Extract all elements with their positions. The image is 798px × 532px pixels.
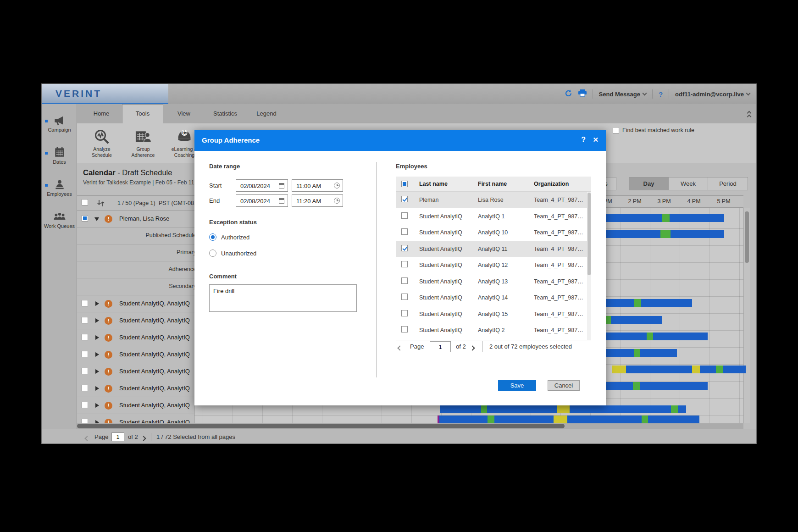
find-best-matched-work-rule[interactable]: Find best matched work rule — [613, 127, 694, 133]
column-organization[interactable]: Organization — [534, 181, 569, 187]
dialog-next-page-icon[interactable] — [471, 344, 474, 351]
employee-checkbox[interactable] — [401, 228, 408, 235]
view-button-day[interactable]: Day — [629, 177, 669, 190]
expand-row-icon[interactable] — [95, 386, 99, 391]
vertical-scrollbar[interactable] — [743, 208, 750, 423]
horizontal-scrollbar[interactable] — [77, 423, 743, 429]
employee-checkbox[interactable] — [401, 245, 408, 251]
group-adherence-dialog: Group Adherence ? ✕ Date range Start 02/… — [194, 130, 606, 405]
tab-statistics[interactable]: Statistics — [205, 104, 246, 123]
row-checkbox[interactable] — [82, 334, 88, 340]
employee-checkbox[interactable] — [401, 326, 408, 332]
expand-row-icon[interactable] — [95, 335, 99, 340]
employees-table: Last name First name Organization Pleman… — [396, 177, 591, 340]
expand-row-icon[interactable] — [95, 369, 99, 374]
employee-checkbox[interactable] — [401, 261, 408, 267]
employee-row-lead[interactable]: ! Pleman, Lisa Rose — [77, 211, 198, 227]
collapse-row-icon[interactable] — [94, 217, 99, 221]
sidebar-item-employees[interactable]: Employees — [42, 177, 77, 209]
employee-checkbox[interactable] — [401, 277, 408, 284]
dialog-page-input[interactable] — [430, 341, 451, 352]
employee-row[interactable]: !Student AnalytIQ, AnalytIQ — [77, 363, 198, 380]
employee-row[interactable]: !Student AnalytIQ, AnalytIQ — [77, 329, 198, 346]
clock-icon[interactable] — [334, 198, 340, 204]
close-icon[interactable]: ✕ — [593, 136, 598, 144]
row-checkbox[interactable] — [82, 317, 88, 323]
comment-textarea[interactable]: Fire drill — [209, 284, 357, 312]
employee-table-row[interactable]: Student AnalytIQAnalytIQ 14Team_4_PT_987… — [396, 289, 591, 306]
tab-tools[interactable]: Tools — [122, 104, 163, 123]
sidebar-item-dates[interactable]: Dates — [42, 144, 77, 177]
expand-row-icon[interactable] — [95, 352, 99, 357]
employee-row[interactable]: !Student AnalytIQ, AnalytIQ — [77, 380, 198, 397]
account-menu[interactable]: odf11-admin@vcorp.live — [675, 91, 750, 98]
row-checkbox[interactable] — [82, 215, 88, 222]
ribbon-tool-group-adherence[interactable]: Group Adherence — [125, 125, 161, 158]
employee-name: Student AnalytIQ, AnalytIQ — [119, 334, 190, 341]
column-last-name[interactable]: Last name — [419, 181, 448, 187]
tab-legend[interactable]: Legend — [246, 104, 287, 123]
employee-row[interactable]: !Student AnalytIQ, AnalytIQ — [77, 312, 198, 329]
view-button-period[interactable]: Period — [708, 177, 748, 190]
tab-home[interactable]: Home — [81, 104, 122, 123]
collapse-ribbon-icon[interactable] — [748, 111, 751, 118]
next-page-icon[interactable] — [142, 435, 145, 442]
employee-table-row[interactable]: Student AnalytIQAnalytIQ 13Team_4_PT_987… — [396, 273, 591, 290]
refresh-icon[interactable] — [565, 89, 572, 99]
dialog-help-icon[interactable]: ? — [581, 136, 586, 144]
help-button[interactable]: ? — [659, 90, 663, 98]
end-date-input[interactable]: 02/08/2024 — [236, 194, 288, 207]
expand-row-icon[interactable] — [95, 403, 99, 408]
employee-table-row[interactable]: Student AnalytIQAnalytIQ 15Team_4_PT_987… — [396, 306, 591, 322]
page-input[interactable] — [111, 432, 124, 441]
sort-icon[interactable] — [96, 199, 105, 209]
print-icon[interactable] — [578, 89, 587, 99]
table-scrollbar[interactable] — [587, 192, 591, 340]
column-first-name[interactable]: First name — [478, 181, 507, 187]
view-button-week[interactable]: Week — [668, 177, 708, 190]
employee-table-row[interactable]: Student AnalytIQAnalytIQ 10Team_4_PT_987… — [396, 224, 591, 241]
select-all-employees-checkbox[interactable] — [401, 181, 408, 187]
row-checkbox[interactable] — [82, 300, 88, 306]
find-rule-checkbox[interactable] — [613, 127, 619, 133]
employee-table-row[interactable]: PlemanLisa RoseTeam_4_PT_987… — [396, 192, 591, 208]
vertical-scrollbar-thumb[interactable] — [745, 211, 749, 263]
tab-view[interactable]: View — [163, 104, 205, 123]
employee-row[interactable]: !Student AnalytIQ, AnalytIQ — [77, 346, 198, 363]
sidebar-item-work-queues[interactable]: Work Queues — [42, 209, 77, 241]
row-checkbox[interactable] — [82, 368, 88, 374]
employee-table-row[interactable]: Student AnalytIQAnalytIQ 11Team_4_PT_987… — [396, 241, 591, 257]
employee-checkbox[interactable] — [401, 294, 408, 300]
employee-table-row[interactable]: Student AnalytIQAnalytIQ 1Team_4_PT_987… — [396, 208, 591, 225]
calendar-picker-icon[interactable] — [279, 183, 284, 188]
expand-row-icon[interactable] — [95, 301, 99, 306]
radio-unauthorized[interactable] — [209, 249, 216, 257]
employee-checkbox[interactable] — [401, 196, 408, 202]
table-scrollbar-thumb[interactable] — [587, 193, 591, 275]
calendar-picker-icon[interactable] — [279, 198, 284, 204]
sidebar-item-campaign[interactable]: Campaign — [42, 112, 77, 144]
send-message-button[interactable]: Send Message — [599, 91, 646, 98]
end-time-input[interactable]: 11:20 AM — [292, 194, 343, 207]
employee-checkbox[interactable] — [401, 212, 408, 219]
row-checkbox[interactable] — [82, 385, 88, 391]
start-time-input[interactable]: 11:00 AM — [292, 179, 343, 192]
row-checkbox[interactable] — [82, 402, 88, 408]
radio-authorized[interactable] — [209, 233, 216, 241]
row-checkbox[interactable] — [82, 351, 88, 357]
save-button[interactable]: Save — [498, 380, 536, 391]
horizontal-scrollbar-thumb[interactable] — [77, 424, 565, 428]
select-all-checkbox[interactable] — [82, 199, 88, 205]
ribbon-tool-analyze-schedule[interactable]: Analyze Schedule — [83, 125, 120, 158]
employee-checkbox[interactable] — [401, 310, 408, 316]
cancel-button[interactable]: Cancel — [548, 380, 580, 391]
start-date-input[interactable]: 02/08/2024 — [236, 179, 288, 192]
dialog-prev-page-icon[interactable] — [398, 344, 402, 351]
employee-row[interactable]: !Student AnalytIQ, AnalytIQ — [77, 397, 198, 414]
expand-row-icon[interactable] — [95, 318, 99, 323]
clock-icon[interactable] — [334, 183, 340, 188]
employee-table-row[interactable]: Student AnalytIQAnalytIQ 12Team_4_PT_987… — [396, 257, 591, 273]
prev-page-icon[interactable] — [85, 435, 89, 442]
employee-row[interactable]: !Student AnalytIQ, AnalytIQ — [77, 295, 198, 312]
employee-table-row[interactable]: Student AnalytIQAnalytIQ 2Team_4_PT_987… — [396, 322, 591, 338]
